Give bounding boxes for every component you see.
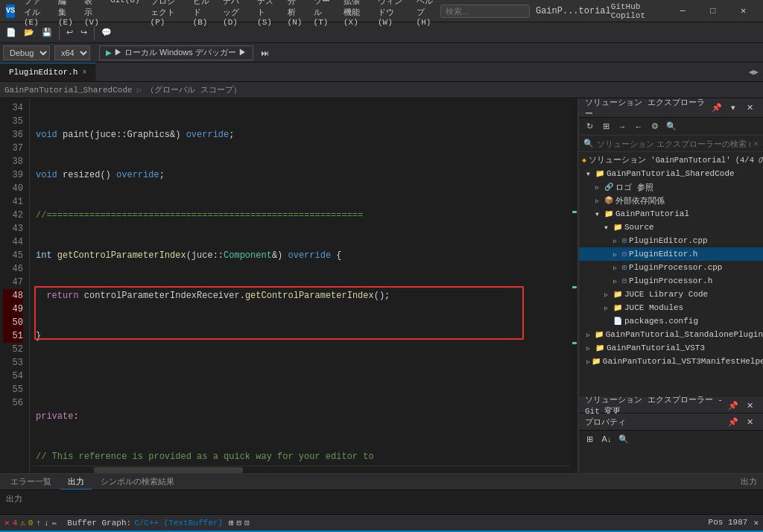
packages-icon: 📄 [613,317,622,326]
plugin-processor-cpp-label: PluginProcessor.cpp [629,263,722,272]
line-num-55: 55 [3,383,23,396]
line-num-48: 48 [3,289,23,303]
menu-debug[interactable]: デバッグ(D) [218,0,251,28]
close-pos-btn[interactable]: ✕ [753,518,759,528]
menu-test[interactable]: テスト(S) [253,0,281,28]
tree-vst3[interactable]: ▷ 📁 GainPanTutorial_VST3 [579,341,763,355]
tab-close-1[interactable]: × [82,69,86,77]
tree-plugin-editor-cpp[interactable]: ▷ ⊞ PluginEditor.cpp [579,234,763,247]
sol-close-button[interactable]: ✕ [742,101,757,115]
gain-pan-folder-icon: 📁 [604,209,613,218]
minimize-button[interactable]: ─ [669,0,697,22]
prop-close-btn[interactable]: ✕ [742,416,757,429]
arrow-vst3: ▷ [586,345,594,352]
tree-solution-root[interactable]: ◈ ソリューション 'GainPanTutorial' (4/4 のプロジェクト [579,153,763,167]
properties-title: プロパティ [585,417,626,428]
git-close-btn[interactable]: ✕ [742,399,757,412]
new-file-button[interactable]: 📄 [3,25,19,41]
warning-icon: ⚠ [20,518,25,528]
app-logo: VS [6,4,15,18]
tree-shared-code[interactable]: ▼ 📁 GainPanTutorial_SharedCode [579,167,763,180]
tree-juce-library[interactable]: ▷ 📁 JUCE Library Code [579,288,763,301]
tree-packages-config[interactable]: 📄 packages.config [579,314,763,328]
line-num-41: 41 [3,195,23,209]
undo-button[interactable]: ↩ [63,25,76,41]
sol-search-clear[interactable]: ✕ [753,139,759,148]
line-num-49: 49 [3,303,23,316]
arrow-external-deps: ▷ [595,197,603,204]
plugin-processor-h-label: PluginProcessor.h [629,276,712,285]
breadcrumb-separator: ▷ [137,85,142,95]
gain-pan-label: GainPanTutorial [615,209,689,218]
menu-window[interactable]: ウィンドウ(W) [373,0,411,28]
prop-sort-alpha[interactable]: A↓ [599,432,614,446]
tree-source-folder[interactable]: ▼ 📁 Source [579,221,763,234]
scrollbar-track[interactable] [570,98,577,473]
line-num-50: 50 [3,316,23,329]
prop-toolbar: ⊞ A↓ 🔍 [579,431,763,447]
prop-search-btn[interactable]: 🔍 [616,432,631,446]
prop-pin-btn[interactable]: 📌 [726,416,741,429]
sol-toolbar-btn-1[interactable]: ↻ [582,120,597,133]
h-icon-1: ⊟ [622,250,627,259]
title-search-input[interactable] [440,4,530,18]
sol-search-bar[interactable]: 🔍 ✕ [579,136,763,152]
tab-plugin-editor-h[interactable]: PluginEditor.h × [0,63,96,81]
menu-build[interactable]: ビルド(B) [189,0,217,28]
info-right: Pos 1987 ✕ [709,518,759,528]
git-header-buttons: 📌 ✕ [726,399,757,412]
sol-toolbar-btn-3[interactable]: → [615,120,630,133]
maximize-button[interactable]: □ [699,0,726,22]
tree-vst3-manifest[interactable]: ▷ 📁 GainPanTutorial_VST3ManifestHelper [579,355,763,368]
tab-spacer [96,63,744,81]
close-button[interactable]: ✕ [729,0,757,22]
tab-scroll-buttons: ◀▶ [744,63,763,81]
tree-references[interactable]: ▷ 🔗 ロゴ 参照 [579,180,763,194]
sol-toolbar-btn-4[interactable]: ← [631,120,646,133]
horizontal-scrollbar[interactable] [34,466,570,473]
comment-button[interactable]: 💬 [98,25,115,41]
toolbar-separator-1 [59,26,60,39]
code-editor[interactable]: 34 35 36 37 38 39 40 41 42 43 44 45 46 4… [0,98,578,473]
tab-error-list[interactable]: エラー一覧 [3,475,59,489]
tree-plugin-processor-h[interactable]: ▷ ⊟ PluginProcessor.h [579,274,763,288]
debug-config-select[interactable]: Debug [3,45,50,60]
platform-select[interactable]: x64 [54,45,90,60]
prop-sort-cat[interactable]: ⊞ [582,432,597,446]
tree-external-deps[interactable]: ▷ 📦 外部依存関係 [579,194,763,207]
line-num-35: 35 [3,115,23,128]
tree-plugin-editor-h[interactable]: ▷ ⊟ PluginEditor.h [579,247,763,261]
sol-toolbar-btn-2[interactable]: ⊞ [598,120,613,133]
plugin-editor-cpp-label: PluginEditor.cpp [629,236,708,245]
sol-search-toggle[interactable]: 🔍 [664,120,679,133]
menu-help[interactable]: ヘルプ(H) [412,0,440,28]
tree-plugin-processor-cpp[interactable]: ▷ ⊞ PluginProcessor.cpp [579,261,763,274]
cursor-pos: Pos 1987 [709,518,748,528]
save-button[interactable]: 💾 [39,25,55,41]
sol-toolbar-btn-5[interactable]: ⚙ [648,120,662,133]
tree-gain-pan-tutorial[interactable]: ▼ 📁 GainPanTutorial [579,207,763,221]
tree-juce-modules[interactable]: ▷ 📁 JUCE Modules [579,301,763,314]
tab-output[interactable]: 出力 [60,475,92,490]
sol-menu-button[interactable]: ▾ [726,101,741,115]
redo-button[interactable]: ↪ [77,25,90,41]
step-over-button[interactable]: ⏭ [258,45,272,61]
down-arrow-icon: ↓ [44,519,49,528]
sol-pin-button[interactable]: 📌 [709,101,724,115]
open-file-button[interactable]: 📂 [21,25,37,41]
file-scope: （グローバル スコープ） [146,84,241,95]
tree-standalone-plugin[interactable]: ▷ 📁 GainPanTutorial_StandalonePlugin [579,328,763,341]
sol-search-input[interactable] [597,139,750,148]
arrow-plugin-editor-h: ▷ [613,251,621,258]
play-icon: ▶ [106,48,112,57]
menu-extensions[interactable]: 拡張機能(X) [339,0,372,28]
code-content[interactable]: void paint(juce::Graphics&) override; vo… [30,98,577,473]
line-num-37: 37 [3,142,23,155]
tab-symbol-search[interactable]: シンボルの検索結果 [93,475,182,489]
menu-project[interactable]: プロジェクト(P) [146,0,187,28]
menu-tools[interactable]: ツール(T) [309,0,338,28]
menu-analyze[interactable]: 分析(N) [283,0,308,28]
run-debugger-button[interactable]: ▶ ▶ ローカル Windows デバッガー ▶ [99,45,253,60]
juce-library-icon: 📁 [613,290,622,299]
git-pin-btn[interactable]: 📌 [726,399,741,412]
